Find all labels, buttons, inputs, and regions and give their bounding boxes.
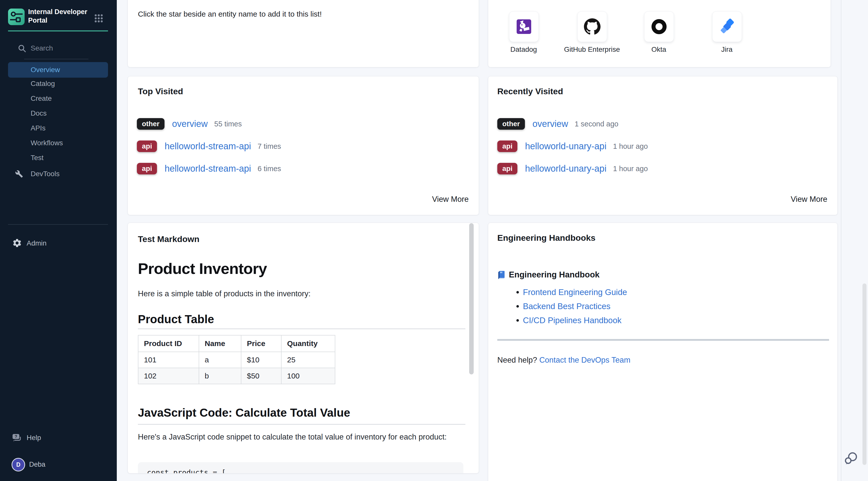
- gear-icon: [12, 238, 22, 248]
- help-chat-icon: ?: [12, 433, 22, 443]
- sidebar-item-help[interactable]: ? Help: [8, 430, 108, 445]
- visited-row: api helloworld-unary-api 1 hour ago: [497, 139, 648, 154]
- search-underline: [24, 59, 88, 59]
- apps-grid-icon[interactable]: [94, 13, 103, 23]
- visited-row: other overview 1 second ago: [497, 116, 618, 131]
- wrench-icon: [15, 170, 23, 178]
- entity-link[interactable]: overview: [532, 119, 568, 129]
- book-icon: [497, 270, 505, 279]
- card-title: Test Markdown: [138, 234, 199, 244]
- admin-label: Admin: [27, 236, 46, 250]
- handbook-list-item: CI/CD Pipelines Handbook: [516, 315, 622, 325]
- handbook-link[interactable]: Backend Best Practices: [523, 302, 611, 311]
- page-scrollbar-thumb[interactable]: [863, 283, 867, 465]
- code-block: const products = [: [138, 462, 463, 474]
- starred-entities-card: Click the star beside an entity name to …: [128, 0, 479, 67]
- github-logo: [584, 18, 600, 35]
- sidebar-item-test[interactable]: Test: [8, 151, 108, 165]
- datadog-logo: [516, 19, 532, 35]
- user-name: Deba: [29, 457, 45, 472]
- product-table: Product ID Name Price Quantity 101 a $10…: [138, 335, 335, 384]
- bullet-dot: [516, 305, 519, 308]
- toolkit-tile-datadog[interactable]: [509, 11, 539, 42]
- visit-count: 7 times: [258, 142, 281, 151]
- markdown-h2: JavaScript Code: Calculate Total Value: [138, 406, 350, 419]
- sidebar-item-workflows[interactable]: Workflows: [8, 136, 108, 150]
- kind-badge: other: [137, 118, 164, 130]
- entity-link[interactable]: helloworld-stream-api: [164, 163, 251, 174]
- section-divider: [497, 339, 829, 341]
- search-icon: [18, 44, 27, 54]
- recently-visited-card: Recently Visited other overview 1 second…: [488, 76, 838, 215]
- card-scrollbar-thumb[interactable]: [469, 223, 474, 374]
- bullet-dot: [516, 291, 519, 294]
- okta-logo: [651, 19, 666, 34]
- entity-link[interactable]: helloworld-unary-api: [525, 163, 606, 174]
- help-line: Need help? Contact the DevOps Team: [497, 356, 630, 365]
- entity-link[interactable]: overview: [172, 119, 208, 129]
- toolkit-tile-jira[interactable]: [712, 11, 742, 42]
- avatar: D: [11, 458, 25, 472]
- toolkit-label: GitHub Enterprise: [554, 46, 630, 54]
- table-header-row: Product ID Name Price Quantity: [138, 335, 335, 352]
- sidebar-item-create[interactable]: Create: [8, 91, 108, 106]
- view-more-link[interactable]: View More: [432, 195, 469, 204]
- markdown-h1: Product Inventory: [138, 260, 267, 277]
- card-title: Recently Visited: [497, 86, 563, 96]
- visit-count: 6 times: [258, 164, 281, 173]
- top-visited-card: Top Visited other overview 55 times api …: [128, 76, 479, 215]
- visit-time: 1 second ago: [575, 120, 618, 128]
- feedback-chat-icon[interactable]: [844, 451, 859, 465]
- toolkit-label: Okta: [621, 46, 696, 54]
- toolkit-label: Jira: [689, 46, 765, 54]
- view-more-link[interactable]: View More: [790, 195, 827, 204]
- handbook-link[interactable]: CI/CD Pipelines Handbook: [523, 315, 622, 325]
- toolkit-tile-github[interactable]: [578, 11, 607, 42]
- markdown-paragraph: Here is a simple table of products in th…: [138, 287, 311, 301]
- markdown-h2: Product Table: [138, 312, 214, 326]
- visit-time: 1 hour ago: [613, 164, 648, 173]
- handbook-list-item: Backend Best Practices: [516, 301, 611, 311]
- starred-empty-message: Click the star beside an entity name to …: [138, 10, 322, 18]
- toolkit-tile-okta[interactable]: [644, 11, 674, 42]
- svg-text:?: ?: [14, 434, 17, 439]
- entity-link[interactable]: helloworld-stream-api: [164, 141, 251, 152]
- toolkit-card: Datadog GitHub Enterprise Okta Jira: [488, 0, 831, 67]
- sidebar-item-devtools[interactable]: DevTools: [8, 167, 108, 181]
- table-row: 101 a $10 25: [138, 352, 335, 368]
- handbook-section-title: Engineering Handbook: [509, 270, 599, 279]
- kind-badge: api: [137, 163, 157, 174]
- sidebar-item-docs[interactable]: Docs: [8, 106, 108, 121]
- test-markdown-card: Test Markdown Product Inventory Here is …: [128, 223, 479, 474]
- code-snippet: const products = [: [147, 468, 226, 474]
- visited-row: api helloworld-stream-api 6 times: [137, 161, 281, 176]
- sidebar-item-admin[interactable]: Admin: [8, 236, 108, 250]
- table-row: 102 b $50 100: [138, 368, 335, 384]
- markdown-paragraph: Here's a JavaScript code snippet to calc…: [138, 430, 472, 444]
- sidebar-divider: [8, 224, 108, 225]
- visited-row: other overview 55 times: [137, 116, 242, 131]
- entity-link[interactable]: helloworld-unary-api: [525, 141, 606, 152]
- engineering-handbooks-card: Engineering Handbooks Engineering Handbo…: [488, 223, 838, 481]
- visited-row: api helloworld-unary-api 1 hour ago: [497, 161, 648, 176]
- content-edge-line: [841, 0, 841, 481]
- kind-badge: api: [497, 141, 517, 152]
- portal-logo-icon: [8, 8, 25, 25]
- sidebar-item-catalog[interactable]: Catalog: [8, 77, 108, 91]
- card-title: Engineering Handbooks: [497, 233, 595, 243]
- sidebar-item-overview[interactable]: Overview: [8, 62, 108, 78]
- sidebar-user[interactable]: D Deba: [8, 457, 108, 472]
- visit-count: 55 times: [214, 120, 242, 128]
- jira-logo: [719, 19, 735, 35]
- card-title: Top Visited: [138, 86, 183, 96]
- sidebar-item-apis[interactable]: APIs: [8, 121, 108, 136]
- handbook-section: Engineering Handbook: [497, 270, 599, 280]
- app-root: Internal Developer Portal Search Overvie…: [0, 0, 868, 481]
- contact-devops-link[interactable]: Contact the DevOps Team: [539, 356, 630, 364]
- kind-badge: api: [497, 163, 517, 174]
- app-title: Internal Developer Portal: [28, 7, 88, 25]
- search-input[interactable]: Search: [0, 41, 117, 56]
- handbook-link[interactable]: Frontend Engineering Guide: [523, 288, 627, 297]
- search-placeholder: Search: [31, 44, 53, 52]
- kind-badge: other: [497, 118, 525, 130]
